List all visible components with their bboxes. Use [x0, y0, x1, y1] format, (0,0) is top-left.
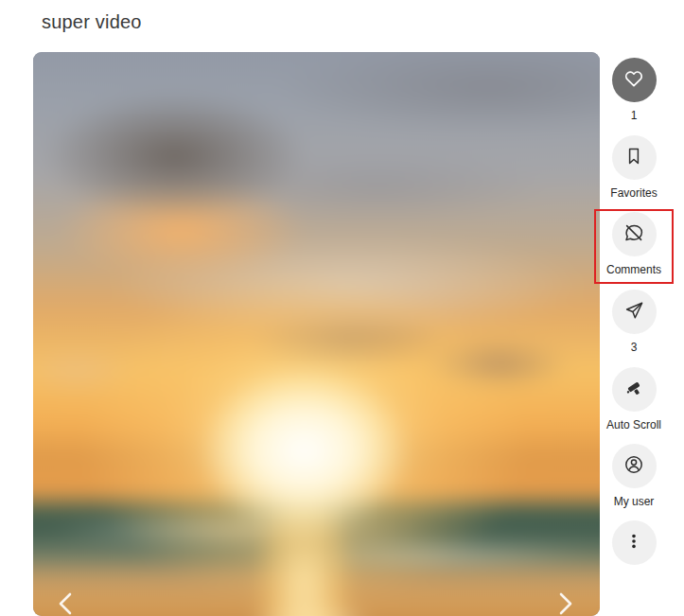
- user-account-icon: [623, 453, 645, 480]
- favorites-action-group: Favorites: [591, 135, 676, 200]
- my-user-action-group: My user: [591, 444, 676, 508]
- carousel-next-button[interactable]: [552, 590, 577, 616]
- share-action-group: 3: [591, 290, 676, 354]
- comments-disabled-icon: [623, 221, 645, 248]
- comments-button[interactable]: [612, 212, 657, 256]
- kebab-menu-icon: [623, 530, 645, 556]
- favorites-label: Favorites: [591, 186, 676, 200]
- carousel-prev-button[interactable]: [54, 590, 79, 616]
- comments-label: Comments: [591, 263, 676, 276]
- video-preview-image: [33, 52, 600, 616]
- chevron-left-icon: [54, 590, 79, 616]
- page-title: super video: [42, 11, 142, 33]
- auto-scroll-button[interactable]: [612, 367, 657, 412]
- chevron-right-icon: [552, 590, 577, 616]
- more-action-group: [591, 520, 676, 565]
- sunset-photo-art: [33, 52, 600, 616]
- share-button[interactable]: [612, 290, 657, 334]
- favorites-button[interactable]: [612, 135, 657, 180]
- comments-action-group: Comments: [591, 212, 676, 276]
- my-user-label: My user: [591, 495, 676, 508]
- like-button[interactable]: [612, 58, 657, 102]
- like-count: 1: [591, 109, 676, 122]
- my-user-button[interactable]: [612, 444, 657, 488]
- auto-scroll-action-group: Auto Scroll: [591, 367, 676, 431]
- more-options-button[interactable]: [612, 520, 657, 565]
- send-icon: [623, 299, 645, 326]
- heart-icon: [623, 67, 645, 94]
- auto-scroll-icon: [623, 377, 645, 403]
- bookmark-icon: [623, 145, 645, 171]
- auto-scroll-label: Auto Scroll: [591, 418, 676, 431]
- share-count: 3: [591, 341, 676, 354]
- like-action-group: 1: [591, 58, 676, 122]
